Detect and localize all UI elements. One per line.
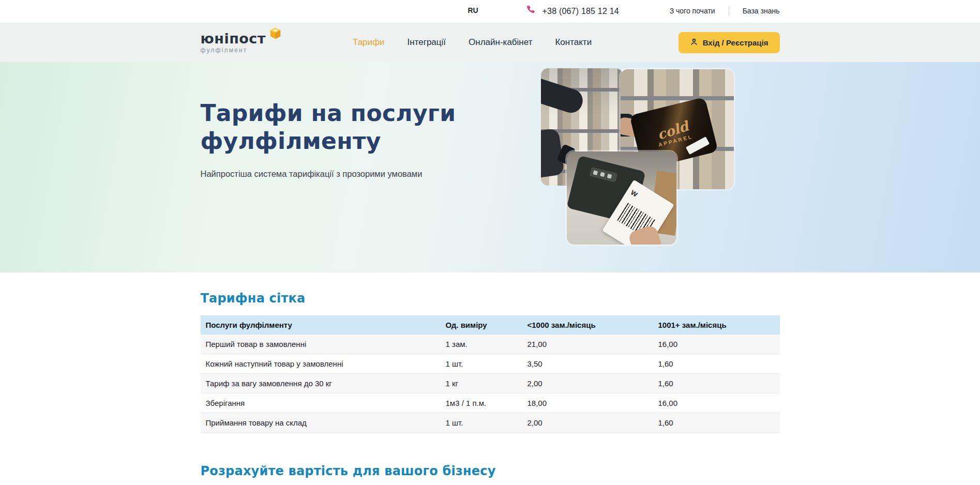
cell-unit: 1 зам.: [441, 335, 522, 354]
column-header-service: Послуги фулфілменту: [201, 315, 441, 335]
table-row: Кожний наступний товар у замовленні 1 шт…: [201, 354, 780, 374]
nav-contacts[interactable]: Контакти: [555, 37, 592, 48]
main-nav: Тарифи Інтеграції Онлайн-кабінет Контакт…: [353, 37, 592, 48]
cell-unit: 1м3 / 1 п.м.: [441, 393, 522, 413]
phone-icon: [525, 5, 536, 18]
cell-unit: 1 кг: [441, 374, 522, 393]
hero-section: Тарифи на послуги фулфілменту Найпростіш…: [0, 62, 980, 272]
topbar-link-knowledge-base[interactable]: База знань: [743, 7, 780, 15]
printer-button: [593, 170, 598, 175]
cell-price-low: 18,00: [522, 393, 653, 413]
cell-unit: 1 шт.: [441, 354, 522, 374]
table-row: Тариф за вагу замовлення до 30 кг 1 кг 2…: [201, 374, 780, 393]
main-header: юніпост фулфілмент Тарифи Інтеграції Онл…: [0, 23, 980, 62]
cell-service: Кожний наступний товар у замовленні: [201, 354, 441, 374]
language-switcher[interactable]: RU: [468, 6, 478, 14]
shelf-line: [621, 96, 734, 100]
hero-photo-label-printer: W: [567, 151, 676, 245]
cell-price-low: 2,00: [522, 413, 653, 433]
topbar: RU +38 (067) 185 12 14 З чого почати Баз…: [0, 0, 980, 23]
cell-price-high: 16,00: [653, 393, 780, 413]
cell-unit: 1 шт.: [441, 413, 522, 433]
table-header-row: Послуги фулфілменту Од. виміру <1000 зам…: [201, 315, 780, 335]
cell-service: Перший товар в замовленні: [201, 335, 441, 354]
user-icon: [690, 38, 698, 48]
logo-tagline: фулфілмент: [201, 47, 266, 53]
column-header-over-1001: 1001+ зам./місяць: [653, 315, 780, 335]
logo-cube-icon: [268, 26, 282, 42]
printer-panel: [589, 167, 617, 183]
cell-service: Зберігання: [201, 393, 441, 413]
topbar-link-getting-started[interactable]: З чого почати: [670, 7, 715, 15]
cell-price-high: 1,60: [653, 374, 780, 393]
calculator-section-title: Розрахуйте вартість для вашого бізнесу: [201, 464, 780, 478]
logo[interactable]: юніпост фулфілмент: [201, 32, 282, 53]
column-header-unit: Од. виміру: [441, 315, 522, 335]
nav-online-cabinet[interactable]: Онлайн-кабінет: [469, 37, 532, 48]
cell-price-high: 16,00: [653, 335, 780, 354]
label-logo-letter: W: [629, 189, 639, 199]
cell-price-low: 2,00: [522, 374, 653, 393]
pricing-section-title: Тарифна сітка: [201, 272, 780, 306]
cell-price-low: 21,00: [522, 335, 653, 354]
table-row: Перший товар в замовленні 1 зам. 21,00 1…: [201, 335, 780, 354]
nav-tariffs[interactable]: Тарифи: [353, 37, 385, 48]
topbar-divider: [729, 6, 729, 16]
cell-service: Тариф за вагу замовлення до 30 кг: [201, 374, 441, 393]
nav-integrations[interactable]: Інтеграції: [408, 37, 446, 48]
phone-block[interactable]: +38 (067) 185 12 14: [525, 5, 619, 18]
cell-price-high: 1,60: [653, 413, 780, 433]
table-row: Приймання товару на склад 1 шт. 2,00 1,6…: [201, 413, 780, 433]
cell-price-high: 1,60: [653, 354, 780, 374]
tariff-table: Послуги фулфілменту Од. виміру <1000 зам…: [201, 315, 780, 433]
worker-arm: [541, 75, 585, 116]
cell-price-low: 3,50: [522, 354, 653, 374]
login-button-label: Вхід / Реєстрація: [703, 38, 768, 47]
phone-number[interactable]: +38 (067) 185 12 14: [542, 7, 619, 16]
cell-service: Приймання товару на склад: [201, 413, 441, 433]
table-row: Зберігання 1м3 / 1 п.м. 18,00 16,00: [201, 393, 780, 413]
logo-name: юніпост: [201, 32, 266, 46]
pricing-section: Тарифна сітка Послуги фулфілменту Од. ви…: [0, 272, 980, 478]
printer-button: [600, 172, 605, 177]
login-register-button[interactable]: Вхід / Реєстрація: [679, 32, 780, 53]
column-header-under-1000: <1000 зам./місяць: [522, 315, 653, 335]
printer-button: [607, 174, 612, 179]
